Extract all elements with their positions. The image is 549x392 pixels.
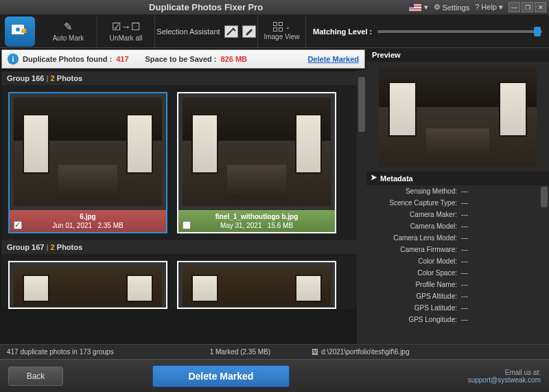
titlebar: Duplicate Photos Fixer Pro ▾ ⚙ Settings …	[0, 0, 549, 15]
save-value: 826 MB	[220, 55, 247, 63]
thumbnail[interactable]	[178, 93, 335, 210]
bottombar: Back Delete Marked Email us at: support@…	[0, 359, 549, 392]
preview-image	[379, 67, 537, 167]
status-filepath: 🖼 d:\2021\portfolio\test\gif\6.jpg	[312, 348, 409, 356]
side-panel: Preview ➤ Metadata Sensing Method:--- Sc…	[366, 48, 549, 344]
svg-point-1	[16, 27, 20, 32]
close-button[interactable]: ✕	[535, 2, 546, 12]
filename: finel_1_withoutlogo b.jpg	[178, 213, 335, 220]
checkbox[interactable]	[183, 221, 191, 229]
found-label: Duplicate Photos found :	[23, 55, 112, 63]
found-count: 417	[116, 55, 128, 63]
stats-bar: i Duplicate Photos found : 417 Space to …	[1, 49, 365, 69]
caption: finel_1_withoutlogo b.jpg May 31, 2021 1…	[178, 210, 335, 232]
scroll-thumb[interactable]	[541, 187, 548, 207]
delete-marked-link[interactable]: Delete Marked	[307, 55, 359, 63]
group-header: Group 166 | 2 Photos	[1, 71, 365, 85]
preview-area	[366, 62, 549, 172]
filename: 6.jpg	[10, 213, 166, 220]
matching-level-slider[interactable]	[377, 30, 542, 33]
help-link[interactable]: ? Help ▾	[475, 3, 503, 12]
scroll-thumb[interactable]	[358, 77, 365, 132]
unmarkall-button[interactable]: ☑→☐ UnMark all	[97, 15, 155, 47]
groups-list: Group 166 | 2 Photos 6.jpg Jun 01, 2021 …	[0, 70, 366, 344]
metadata-row: Profile Name:---	[366, 279, 549, 290]
language-dropdown-icon[interactable]: ▾	[424, 3, 428, 12]
metadata-row: Color Space:---	[366, 267, 549, 279]
photo-card[interactable]: 6.jpg Jun 01, 2021 2.35 MB	[8, 92, 167, 233]
image-view-button[interactable]: ⌄ Image View	[258, 15, 306, 47]
checkbox[interactable]	[14, 221, 22, 229]
app-logo	[0, 15, 40, 47]
preview-header: Preview	[366, 48, 549, 62]
matching-level: Matching Level :	[306, 15, 549, 47]
toolbar: ✎ Auto Mark ☑→☐ UnMark all Selection Ass…	[0, 15, 549, 48]
metadata-row: Camera Lens Model:---	[366, 232, 549, 244]
scrollbar[interactable]	[357, 70, 366, 344]
metadata-row: Camera Maker:---	[366, 209, 549, 220]
support-email-address[interactable]: support@systweak.com	[468, 376, 541, 384]
metadata-row: GPS Longitude:---	[366, 314, 549, 325]
group-header: Group 167 | 2 Photos	[1, 240, 365, 254]
photo-card[interactable]	[8, 261, 167, 309]
settings-link[interactable]: Settings	[442, 3, 469, 12]
photo-card[interactable]	[177, 261, 336, 309]
caption: 6.jpg Jun 01, 2021 2.35 MB	[10, 210, 166, 232]
metadata-header: ➤ Metadata	[366, 172, 549, 185]
metadata-row: GPS Latitude:---	[366, 302, 549, 314]
wand-icon: ✎	[64, 21, 73, 33]
selection-assistant-tool-2[interactable]	[242, 25, 256, 38]
metadata-row: Camera Firmware:---	[366, 244, 549, 255]
checkbox-clear-icon: ☑→☐	[112, 21, 140, 33]
app-title: Duplicate Photos Fixer Pro	[3, 2, 409, 12]
gear-icon: ⚙	[434, 3, 441, 12]
metadata-list: Sensing Method:--- Scence Capture Type:-…	[366, 185, 549, 344]
language-flag-icon[interactable]	[409, 3, 421, 11]
status-marked: 1 Marked (2.35 MB)	[210, 348, 270, 356]
cursor-icon: ➤	[371, 173, 377, 182]
minimize-button[interactable]: —	[509, 2, 520, 12]
metadata-row: Sensing Method:---	[366, 185, 549, 197]
back-button[interactable]: Back	[8, 367, 63, 386]
file-icon: 🖼	[312, 348, 318, 356]
metadata-row: GPS Altitude:---	[366, 290, 549, 302]
metadata-scrollbar[interactable]	[539, 185, 549, 344]
metadata-row: Scence Capture Type:---	[366, 197, 549, 209]
grid-icon	[273, 22, 283, 32]
support-email: Email us at: support@systweak.com	[468, 369, 541, 384]
automark-button[interactable]: ✎ Auto Mark	[40, 15, 97, 47]
maximize-button[interactable]: ❐	[522, 2, 533, 12]
info-icon: i	[8, 54, 19, 65]
selection-assistant-label: Selection Assistant	[156, 27, 220, 36]
selection-assistant: Selection Assistant	[155, 15, 258, 47]
chevron-down-icon: ⌄	[285, 24, 290, 30]
results-panel: i Duplicate Photos found : 417 Space to …	[0, 48, 366, 344]
photo-card[interactable]: finel_1_withoutlogo b.jpg May 31, 2021 1…	[177, 92, 336, 233]
save-label: Space to be Saved :	[145, 55, 217, 63]
metadata-row: Camera Model:---	[366, 220, 549, 232]
statusbar: 417 duplicate photos in 173 groups 1 Mar…	[0, 344, 549, 359]
metadata-row: Color Model:---	[366, 255, 549, 267]
status-summary: 417 duplicate photos in 173 groups	[7, 348, 114, 356]
selection-assistant-tool-1[interactable]	[224, 25, 238, 38]
thumbnail[interactable]	[10, 93, 166, 210]
delete-marked-button[interactable]: Delete Marked	[152, 365, 290, 387]
matching-level-label: Matching Level :	[313, 27, 372, 36]
slider-thumb[interactable]	[534, 27, 541, 36]
